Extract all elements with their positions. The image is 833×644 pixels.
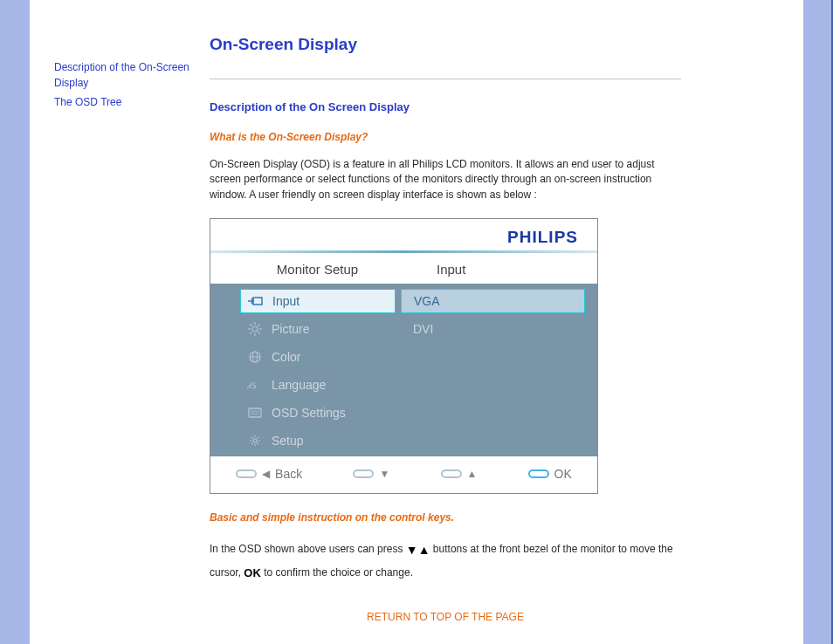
osd-menu-label: OSD Settings: [272, 406, 346, 420]
osd-down-button[interactable]: [353, 468, 389, 480]
nav-link-description[interactable]: Description of the On-Screen Display: [54, 59, 196, 91]
osd-back-label: Back: [275, 467, 302, 481]
osd-header-left: Monitor Setup: [210, 262, 424, 277]
button-pill-icon: [441, 469, 462, 478]
osd-option-label: DVI: [413, 322, 433, 336]
svg-text:ᏗᎦ: ᏗᎦ: [247, 381, 257, 390]
svg-line-7: [258, 332, 260, 334]
osd-menu-label: Input: [272, 294, 299, 308]
button-pill-icon: [353, 469, 374, 478]
osd-option-dvi[interactable]: DVI: [401, 317, 585, 341]
osd-back-button[interactable]: Back: [236, 467, 302, 481]
osd-menu-color[interactable]: Color: [240, 345, 396, 369]
brand-logo-text: PHILIPS: [210, 219, 597, 250]
osd-column-headers: Monitor Setup Input: [210, 253, 597, 284]
svg-line-8: [250, 332, 251, 334]
triangle-down-icon: ▼: [406, 538, 418, 562]
page-margin-left: [0, 0, 30, 644]
input-icon: [248, 293, 264, 309]
svg-point-16: [253, 439, 257, 442]
osd-menu-input[interactable]: Input: [240, 289, 396, 313]
page-margin-right: [803, 0, 833, 644]
osd-up-button[interactable]: [441, 468, 478, 480]
triangle-down-icon: [379, 468, 389, 480]
sidebar-nav: Description of the On-Screen Display The…: [30, 0, 204, 644]
return-to-top-link[interactable]: RETURN TO TOP OF THE PAGE: [210, 611, 681, 623]
osd-body: Input Picture Color: [210, 284, 597, 456]
section-heading: Description of the On Screen Display: [210, 100, 681, 113]
globe-icon: [247, 349, 263, 365]
svg-rect-15: [251, 410, 259, 415]
button-pill-icon: [236, 469, 257, 478]
triangle-up-icon: ▲: [418, 538, 430, 562]
osd-menu-setup[interactable]: Setup: [240, 428, 396, 453]
osd-option-label: VGA: [414, 294, 440, 308]
gear-icon: [247, 433, 263, 449]
osd-header-right: Input: [424, 262, 597, 277]
osd-menu-label: Color: [272, 350, 300, 364]
page-body: Description of the On-Screen Display The…: [30, 0, 803, 644]
instructions-heading: Basic and simple instruction on the cont…: [210, 511, 681, 524]
osd-menu-osd-settings[interactable]: OSD Settings: [240, 401, 396, 425]
triangle-left-icon: [262, 468, 270, 480]
page-title: On-Screen Display: [210, 35, 681, 54]
divider: [210, 79, 681, 79]
osd-option-vga[interactable]: VGA: [401, 289, 585, 313]
osd-options-column: VGA DVI: [396, 284, 597, 456]
osd-menu-language[interactable]: ᏗᎦ Language: [240, 373, 396, 397]
svg-point-1: [252, 326, 258, 332]
button-pill-icon: [528, 469, 549, 478]
instr-text-3: to confirm the choice or change.: [264, 566, 413, 579]
language-icon: ᏗᎦ: [247, 377, 263, 393]
nav-link-osd-tree[interactable]: The OSD Tree: [54, 94, 196, 110]
osd-menu-label: Picture: [272, 322, 310, 336]
osd-footer: Back OK: [210, 456, 597, 493]
osd-menu-column: Input Picture Color: [210, 284, 396, 456]
question-heading: What is the On-Screen Display?: [210, 131, 681, 143]
osd-menu-picture[interactable]: Picture: [240, 317, 396, 341]
ok-glyph: OK: [244, 562, 261, 585]
main-content: On-Screen Display Description of the On …: [204, 0, 803, 644]
osd-menu-label: Setup: [272, 434, 304, 448]
screen-icon: [247, 405, 263, 421]
svg-line-6: [250, 324, 251, 325]
svg-line-9: [258, 324, 260, 325]
osd-menu-label: Language: [272, 378, 326, 392]
instr-text-1: In the OSD shown above users can press: [210, 543, 403, 555]
intro-paragraph: On-Screen Display (OSD) is a feature in …: [210, 157, 681, 202]
osd-panel: PHILIPS Monitor Setup Input Input: [210, 218, 598, 494]
osd-ok-label: OK: [554, 467, 572, 481]
brightness-icon: [247, 321, 263, 337]
instructions-paragraph: In the OSD shown above users can press ▼…: [210, 538, 681, 585]
triangle-up-icon: [467, 468, 478, 480]
svg-rect-0: [253, 298, 262, 305]
osd-ok-button[interactable]: OK: [528, 467, 572, 481]
